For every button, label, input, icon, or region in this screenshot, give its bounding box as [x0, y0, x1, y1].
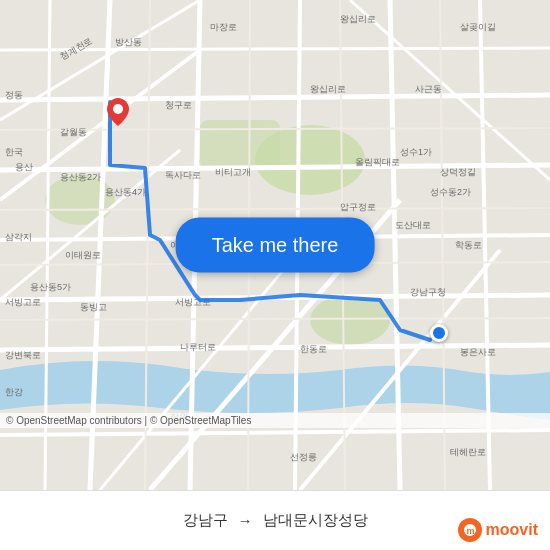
svg-text:나루터로: 나루터로: [180, 342, 216, 352]
route-to: 남대문시장성당: [263, 511, 368, 530]
svg-text:왕십리로: 왕십리로: [340, 14, 376, 24]
svg-text:강변북로: 강변북로: [5, 350, 41, 360]
svg-text:방산동: 방산동: [115, 37, 142, 47]
svg-text:마장로: 마장로: [210, 22, 237, 32]
svg-text:왕십리로: 왕십리로: [310, 84, 346, 94]
take-me-there-button[interactable]: Take me there: [176, 218, 375, 273]
svg-text:학동로: 학동로: [455, 240, 482, 250]
svg-text:동빙고: 동빙고: [80, 302, 107, 312]
svg-text:도산대로: 도산대로: [395, 220, 431, 230]
svg-text:용산: 용산: [15, 162, 33, 172]
svg-text:선정릉: 선정릉: [290, 452, 317, 462]
svg-text:정동: 정동: [5, 90, 23, 100]
svg-text:용산동2가: 용산동2가: [60, 172, 101, 182]
map-view: 청계천로 방산동 마장로 왕십리로 살곶이길 정동 한국 청구로 왕십리로 사근…: [0, 0, 550, 490]
svg-text:강남구청: 강남구청: [410, 287, 446, 297]
svg-text:봉은사로: 봉은사로: [460, 347, 496, 357]
svg-text:m: m: [466, 526, 474, 536]
svg-text:성수동2가: 성수동2가: [430, 187, 471, 197]
svg-rect-4: [200, 120, 280, 170]
svg-text:용산동4가: 용산동4가: [105, 187, 146, 197]
moovit-icon: m: [458, 518, 482, 542]
svg-text:삼각지: 삼각지: [5, 232, 32, 242]
svg-text:성수1가: 성수1가: [400, 147, 432, 157]
svg-text:테헤란로: 테헤란로: [450, 447, 486, 457]
svg-text:사근동: 사근동: [415, 84, 442, 94]
bottom-bar: 강남구 → 남대문시장성당 m moovit: [0, 490, 550, 550]
svg-point-2: [310, 295, 390, 345]
svg-text:용산동5가: 용산동5가: [30, 282, 71, 292]
svg-text:독사다로: 독사다로: [165, 170, 201, 180]
svg-text:압구정로: 압구정로: [340, 202, 376, 212]
svg-text:상덕정길: 상덕정길: [440, 167, 476, 177]
svg-text:살곶이길: 살곶이길: [460, 22, 496, 32]
origin-marker: [107, 98, 129, 126]
moovit-label: moovit: [486, 521, 538, 539]
svg-text:청구로: 청구로: [165, 100, 192, 110]
svg-text:올림픽대로: 올림픽대로: [355, 157, 400, 167]
route-arrow: →: [238, 512, 253, 529]
svg-text:이태원로: 이태원로: [65, 250, 101, 260]
svg-text:서빙고로: 서빙고로: [175, 297, 211, 307]
svg-text:갈월동: 갈월동: [60, 127, 87, 137]
attribution-text: © OpenStreetMap contributors | © OpenStr…: [6, 415, 251, 426]
map-attribution: © OpenStreetMap contributors | © OpenStr…: [0, 413, 550, 428]
svg-text:한강: 한강: [5, 387, 23, 397]
moovit-logo: m moovit: [458, 518, 538, 542]
svg-text:서빙고로: 서빙고로: [5, 297, 41, 307]
route-from: 강남구: [183, 511, 228, 530]
svg-point-74: [113, 104, 123, 114]
svg-text:한동로: 한동로: [300, 344, 327, 354]
svg-text:비티고개: 비티고개: [215, 167, 251, 177]
destination-marker: [430, 324, 448, 342]
svg-text:한국: 한국: [5, 147, 23, 157]
